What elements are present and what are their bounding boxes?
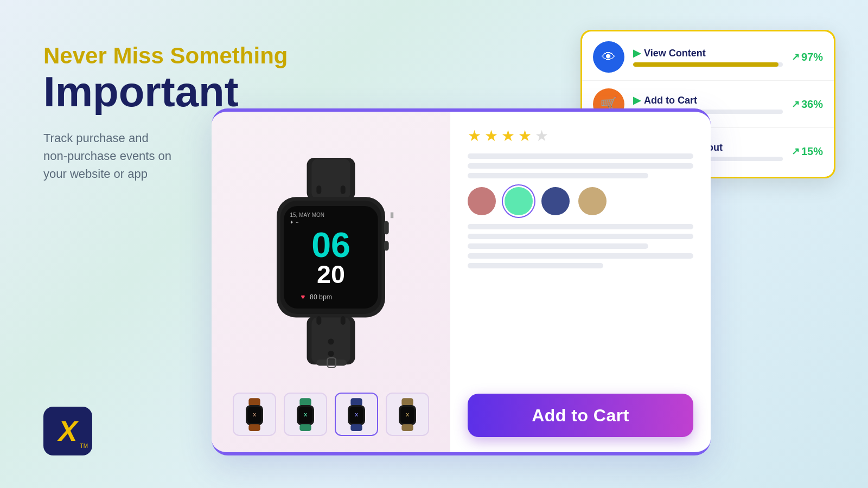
svg-text:80 bpm: 80 bpm bbox=[310, 293, 332, 301]
color-swatches bbox=[468, 187, 693, 215]
logo: X TM bbox=[43, 407, 92, 455]
svg-text:X: X bbox=[304, 412, 307, 418]
svg-rect-39 bbox=[401, 398, 413, 406]
thumbnail-tan[interactable]: X bbox=[386, 393, 429, 436]
watch-svg: 15, MAY MON ▊ ✦ ⌁ 06 20 ♥ 80 bpm bbox=[239, 152, 423, 369]
svg-rect-28 bbox=[248, 424, 260, 431]
thumbnail-navy[interactable]: X bbox=[335, 393, 378, 436]
product-details-section: ★ ★ ★ ★ ★ Add to Cart bbox=[450, 112, 711, 452]
svg-text:X: X bbox=[406, 412, 409, 418]
svg-rect-43 bbox=[401, 424, 413, 431]
thumbnails-row: X X X bbox=[233, 393, 429, 441]
desc-line-2 bbox=[468, 163, 693, 169]
svg-text:15, MAY MON: 15, MAY MON bbox=[290, 212, 324, 218]
view-content-bar-bg bbox=[633, 62, 783, 67]
add-to-cart-button[interactable]: Add to Cart bbox=[468, 394, 693, 437]
svg-rect-24 bbox=[248, 398, 260, 406]
svg-text:▊: ▊ bbox=[390, 212, 394, 219]
more-line-3 bbox=[468, 243, 648, 249]
view-content-bar bbox=[633, 62, 778, 67]
logo-x: X bbox=[59, 417, 78, 445]
desc-line-3 bbox=[468, 173, 648, 178]
svg-rect-33 bbox=[299, 424, 311, 431]
headline-main: Important bbox=[43, 70, 315, 113]
svg-rect-3 bbox=[340, 185, 345, 194]
more-line-1 bbox=[468, 224, 693, 229]
svg-text:X: X bbox=[253, 412, 256, 418]
stars-row: ★ ★ ★ ★ ★ bbox=[468, 127, 693, 145]
svg-rect-20 bbox=[316, 316, 321, 325]
view-content-info: ▶ View Content bbox=[633, 47, 783, 67]
star-4: ★ bbox=[518, 127, 532, 145]
description-lines bbox=[468, 153, 693, 178]
star-3: ★ bbox=[501, 127, 515, 145]
svg-point-19 bbox=[328, 351, 334, 357]
svg-text:♥: ♥ bbox=[301, 293, 305, 301]
swatch-tan[interactable] bbox=[578, 187, 607, 215]
svg-rect-29 bbox=[299, 398, 311, 406]
view-content-label: ▶ View Content bbox=[633, 47, 783, 59]
view-content-percent: ↗97% bbox=[792, 51, 823, 63]
more-lines bbox=[468, 224, 693, 385]
svg-text:X: X bbox=[355, 412, 358, 418]
more-line-4 bbox=[468, 253, 693, 259]
thumbnail-rose[interactable]: X bbox=[233, 393, 276, 436]
svg-point-18 bbox=[328, 338, 334, 344]
view-content-icon: 👁 bbox=[593, 41, 624, 73]
thumbnail-mint[interactable]: X bbox=[284, 393, 327, 436]
svg-rect-34 bbox=[350, 398, 362, 406]
more-line-2 bbox=[468, 234, 693, 239]
star-2: ★ bbox=[484, 127, 498, 145]
swatch-mint[interactable] bbox=[505, 187, 533, 215]
product-image-section: 15, MAY MON ▊ ✦ ⌁ 06 20 ♥ 80 bpm bbox=[212, 112, 450, 452]
headline-sub: Never Miss Something bbox=[43, 43, 315, 68]
svg-text:06: 06 bbox=[311, 226, 350, 265]
svg-rect-21 bbox=[340, 316, 345, 325]
svg-rect-15 bbox=[384, 241, 388, 251]
swatch-navy[interactable] bbox=[541, 187, 570, 215]
product-card: 15, MAY MON ▊ ✦ ⌁ 06 20 ♥ 80 bpm bbox=[212, 108, 711, 455]
star-5: ★ bbox=[535, 127, 548, 145]
svg-text:20: 20 bbox=[317, 260, 345, 288]
add-to-cart-label: ▶ Add to Cart bbox=[633, 94, 783, 106]
star-1: ★ bbox=[468, 127, 481, 145]
desc-line-1 bbox=[468, 153, 693, 159]
svg-text:✦ ⌁: ✦ ⌁ bbox=[290, 220, 298, 225]
more-line-5 bbox=[468, 263, 603, 268]
svg-rect-22 bbox=[316, 359, 347, 365]
swatch-rose[interactable] bbox=[468, 187, 496, 215]
initiate-checkout-percent: ↗15% bbox=[792, 145, 823, 158]
svg-rect-2 bbox=[316, 185, 321, 194]
add-to-cart-percent: ↗36% bbox=[792, 98, 823, 111]
svg-rect-14 bbox=[384, 221, 388, 234]
event-row-view-content: 👁 ▶ View Content ↗97% bbox=[593, 41, 823, 73]
main-watch-image: 15, MAY MON ▊ ✦ ⌁ 06 20 ♥ 80 bpm bbox=[228, 128, 434, 393]
logo-tm: TM bbox=[80, 443, 88, 449]
divider-1 bbox=[582, 80, 834, 81]
svg-rect-38 bbox=[350, 424, 362, 431]
